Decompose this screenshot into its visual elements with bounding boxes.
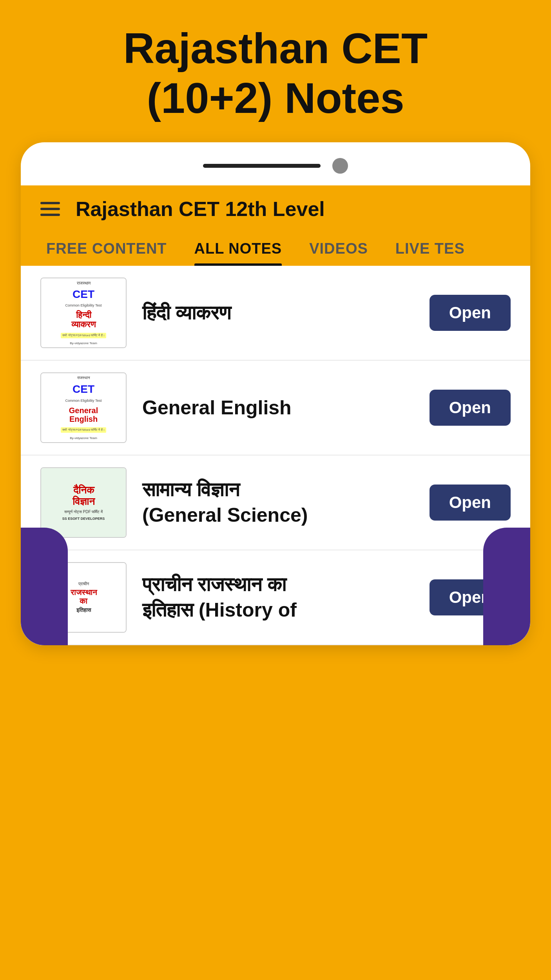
thumb-cet: CET — [72, 289, 94, 300]
page-title: Rajasthan CET (10+2) Notes — [0, 0, 551, 142]
thumb-pdf-note: सभी नोट्स PDF/Word फॉर्मेट में है। — [61, 427, 106, 433]
thumb-hist-sub: इतिहास — [76, 607, 91, 613]
tab-videos[interactable]: VIDEOS — [295, 232, 382, 266]
thumbnail-science: दैनिक विज्ञान सम्पूर्ण नोट्स PDF फॉर्मेट… — [40, 467, 127, 538]
tabs-row: FREE CONTENT ALL NOTES VIDEOS LIVE TES — [21, 232, 530, 266]
hamburger-icon[interactable] — [40, 202, 60, 216]
tab-free-content[interactable]: FREE CONTENT — [33, 232, 181, 266]
thumb-hist-title: राजस्थान का — [71, 588, 97, 605]
content-name: प्राचीन राजस्थान का इतिहास (History of — [142, 572, 414, 623]
thumb-team-note: By-vidyazone Team — [70, 341, 97, 345]
thumb-label: राजस्थान — [77, 281, 91, 286]
list-item: दैनिक विज्ञान सम्पूर्ण नोट्स PDF फॉर्मेट… — [21, 456, 530, 550]
content-name: सामान्य विज्ञान (General Science) — [142, 477, 414, 528]
thumb-sub: Common Eligibility Test — [65, 399, 102, 403]
thumbnail-english: राजस्थान CET Common Eligibility Test Gen… — [40, 372, 127, 443]
thumb-hindi-text: हिन्दी व्याकरण — [71, 310, 96, 329]
content-info: प्राचीन राजस्थान का इतिहास (History of — [142, 572, 414, 623]
content-name: General English — [142, 395, 414, 421]
open-button[interactable]: Open — [430, 485, 511, 521]
thumb-sci-title: दैनिक विज्ञान — [72, 485, 95, 507]
thumb-sci-brand: SS ESOFT DEVELOPERS — [62, 517, 105, 521]
thumb-hist-label: प्राचीन — [78, 581, 89, 586]
phone-notch-bar — [203, 164, 321, 168]
tab-live-test[interactable]: LIVE TES — [382, 232, 478, 266]
thumb-sub: Common Eligibility Test — [65, 303, 102, 307]
phone-camera — [332, 158, 348, 174]
content-info: General English — [142, 395, 414, 421]
thumbnail-hindi: राजस्थान CET Common Eligibility Test हिन… — [40, 278, 127, 348]
thumb-sci-sub: सम्पूर्ण नोट्स PDF फॉर्मेट में — [64, 510, 103, 514]
thumb-english-text: General English — [69, 406, 98, 423]
open-button[interactable]: Open — [430, 295, 511, 331]
list-item: राजस्थान CET Common Eligibility Test हिन… — [21, 266, 530, 361]
thumb-pdf-note: सभी नोट्स PDF/Word फॉर्मेट में है। — [61, 333, 106, 338]
open-button[interactable]: Open — [430, 390, 511, 426]
app-header-title: Rajasthan CET 12th Level — [76, 197, 325, 221]
content-info: हिंदी व्याकरण — [142, 300, 414, 326]
purple-corner-left — [21, 528, 68, 645]
content-area: राजस्थान CET Common Eligibility Test हिन… — [21, 266, 530, 645]
list-item: राजस्थान CET Common Eligibility Test Gen… — [21, 361, 530, 456]
content-name: हिंदी व्याकरण — [142, 300, 414, 326]
content-info: सामान्य विज्ञान (General Science) — [142, 477, 414, 528]
thumb-cet: CET — [72, 384, 94, 395]
thumb-label: राजस्थान — [77, 376, 90, 380]
purple-corner-right — [483, 528, 530, 645]
thumb-team-note: By-vidyazone Team — [70, 436, 97, 440]
phone-notch-row — [21, 158, 530, 185]
tab-all-notes[interactable]: ALL NOTES — [181, 232, 296, 266]
phone-container: Rajasthan CET 12th Level FREE CONTENT AL… — [21, 142, 530, 645]
app-header: Rajasthan CET 12th Level — [21, 185, 530, 232]
list-item: प्राचीन राजस्थान का इतिहास प्राचीन राजस्… — [21, 550, 530, 645]
